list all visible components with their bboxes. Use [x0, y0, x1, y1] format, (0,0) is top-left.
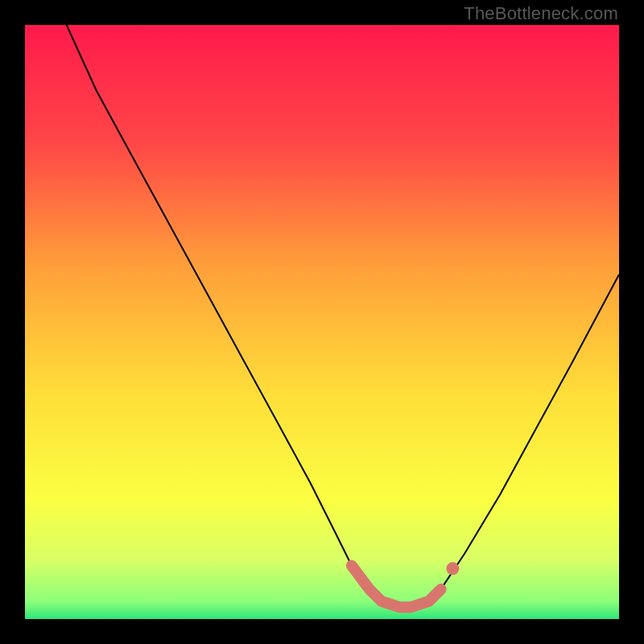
bottleneck-curve: [67, 25, 619, 607]
optimal-segment: [352, 566, 441, 608]
curve-layer: [25, 25, 619, 619]
chart-frame: TheBottleneck.com: [0, 0, 644, 644]
watermark-text: TheBottleneck.com: [464, 3, 618, 24]
plot-area: [25, 25, 619, 619]
optimal-region-markers: [352, 562, 460, 607]
optimal-end-dot: [446, 562, 459, 575]
